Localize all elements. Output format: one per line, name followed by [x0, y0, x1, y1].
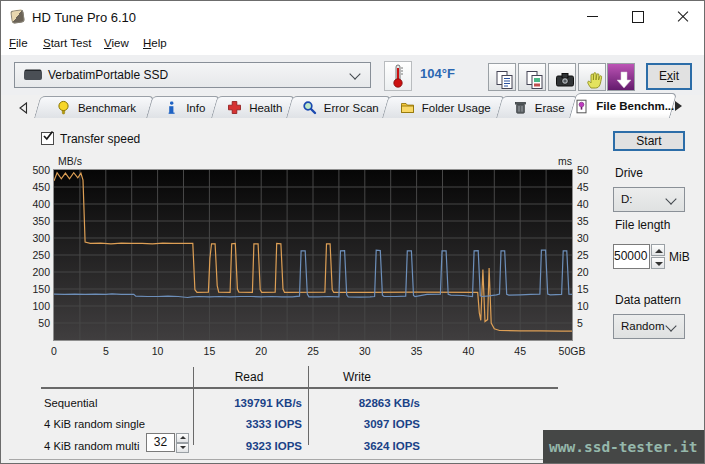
device-select-value: VerbatimPortable SSD	[48, 68, 168, 82]
close-button[interactable]	[667, 1, 697, 32]
app-icon	[10, 9, 25, 24]
hand-button[interactable]	[578, 63, 606, 91]
chevron-down-icon	[667, 322, 676, 331]
chevron-down-icon	[667, 195, 676, 204]
y-left-tick: 250	[20, 249, 50, 261]
x-tick: 15	[204, 345, 216, 357]
y-right-tick: 40	[577, 198, 589, 210]
file-length-spin-down[interactable]	[651, 257, 665, 269]
tab-erase[interactable]: Erase	[496, 96, 578, 118]
y-left-tick: 400	[20, 198, 50, 210]
copy-color-button[interactable]	[518, 63, 546, 91]
result-write-value: 3624 IOPS	[308, 440, 420, 452]
menu-file[interactable]: File	[9, 37, 28, 49]
file-length-label: File length	[615, 218, 670, 232]
y-right-tick: 50	[577, 164, 589, 176]
y-left-tick: 450	[20, 181, 50, 193]
maximize-button[interactable]	[622, 1, 652, 32]
toolbar: VerbatimPortable SSD 104°F Exit	[1, 55, 704, 95]
x-tick: 10	[152, 345, 164, 357]
tab-file-benchmark[interactable]: File Benchm...	[569, 93, 677, 118]
x-tick: 40	[463, 345, 475, 357]
tab-health[interactable]: Health	[211, 96, 295, 118]
tab-label: Health	[249, 102, 282, 114]
temperature-value: 104°F	[420, 66, 455, 81]
device-select[interactable]: VerbatimPortable SSD	[14, 62, 371, 88]
x-tick: 45	[514, 345, 526, 357]
copy-button[interactable]	[488, 63, 516, 91]
data-pattern-value: Random	[621, 320, 664, 332]
result-row-label: Sequential	[44, 397, 97, 409]
exit-button[interactable]: Exit	[646, 63, 692, 90]
download-button[interactable]	[607, 63, 635, 91]
drive-select[interactable]: D:	[613, 187, 685, 212]
y-right-tick: 45	[577, 181, 589, 193]
result-read-value: 9323 IOPS	[191, 440, 302, 452]
folder-usage-icon	[399, 100, 414, 115]
benchmark-chart	[53, 169, 573, 341]
health-icon	[227, 100, 242, 115]
benchmark-icon	[56, 100, 71, 115]
tab-folder-usage[interactable]: Folder Usage	[382, 96, 505, 118]
result-read-value: 139791 KB/s	[191, 397, 302, 409]
tab-info[interactable]: Info	[146, 96, 220, 118]
x-tick: 35	[411, 345, 423, 357]
y-right-tick: 20	[577, 266, 589, 278]
result-read-value: 3333 IOPS	[191, 418, 302, 430]
y-right-tick: 35	[577, 215, 589, 227]
menu-view[interactable]: View	[104, 37, 129, 49]
info-icon	[164, 100, 179, 115]
write-column-header: Write	[309, 370, 405, 384]
thermometer-icon	[385, 62, 411, 90]
result-write-value: 82863 KB/s	[308, 397, 420, 409]
y-right-tick: 30	[577, 232, 589, 244]
tab-label: Erase	[534, 102, 564, 114]
tab-scroll-left-icon[interactable]	[18, 100, 28, 112]
queue-depth-spin-up[interactable]	[176, 433, 189, 443]
transfer-speed-label: Transfer speed	[60, 132, 140, 146]
x-tick: 20	[255, 345, 267, 357]
minimize-button[interactable]	[577, 1, 607, 32]
queue-depth-spin-down[interactable]	[176, 443, 189, 453]
tab-label: Info	[186, 102, 205, 114]
queue-depth-input[interactable]: 32	[146, 433, 175, 452]
y-right-tick: 5	[577, 317, 583, 329]
y-left-tick: 200	[20, 266, 50, 278]
file-length-spin-up[interactable]	[651, 244, 665, 256]
data-pattern-select[interactable]: Random	[613, 314, 685, 339]
watermark: www.ssd-tester.it	[543, 430, 704, 463]
read-column-header: Read	[195, 370, 303, 384]
file-length-unit: MiB	[669, 250, 690, 264]
start-button[interactable]: Start	[613, 131, 685, 151]
watermark-text: www.ssd-tester.it	[549, 439, 697, 455]
x-tick: 5	[103, 345, 109, 357]
y-right-tick: 25	[577, 249, 589, 261]
y-left-axis-unit: MB/s	[58, 155, 82, 167]
drive-icon	[24, 71, 42, 80]
file-length-input[interactable]: 50000	[613, 244, 650, 269]
hdtune-window: HD Tune Pro 6.10 FileStart TestViewHelp …	[0, 0, 705, 464]
x-tick: 0	[51, 345, 57, 357]
results-divider-h	[41, 387, 558, 389]
tab-benchmark[interactable]: Benchmark	[34, 96, 154, 118]
y-left-tick: 100	[20, 300, 50, 312]
checkmark-icon	[41, 129, 55, 143]
temperature-button[interactable]	[384, 61, 412, 91]
title-bar: HD Tune Pro 6.10	[1, 1, 704, 32]
menu-help[interactable]: Help	[143, 37, 167, 49]
y-left-tick: 300	[20, 232, 50, 244]
camera-button[interactable]	[548, 63, 576, 91]
y-left-tick: 150	[20, 283, 50, 295]
chart-canvas	[54, 170, 572, 340]
x-tick: 50GB	[559, 345, 586, 357]
result-row-label: 4 KiB random single	[44, 418, 145, 430]
y-right-axis-unit: ms	[546, 155, 572, 167]
x-tick: 25	[307, 345, 319, 357]
tab-error-scan[interactable]: Error Scan	[286, 96, 391, 118]
chevron-down-icon	[351, 70, 360, 79]
tab-scroll-right-icon[interactable]	[675, 101, 682, 111]
y-right-tick: 10	[577, 300, 589, 312]
result-row-label: 4 KiB random multi	[44, 440, 139, 452]
erase-icon	[512, 100, 527, 115]
menu-start-test[interactable]: Start Test	[43, 37, 91, 49]
